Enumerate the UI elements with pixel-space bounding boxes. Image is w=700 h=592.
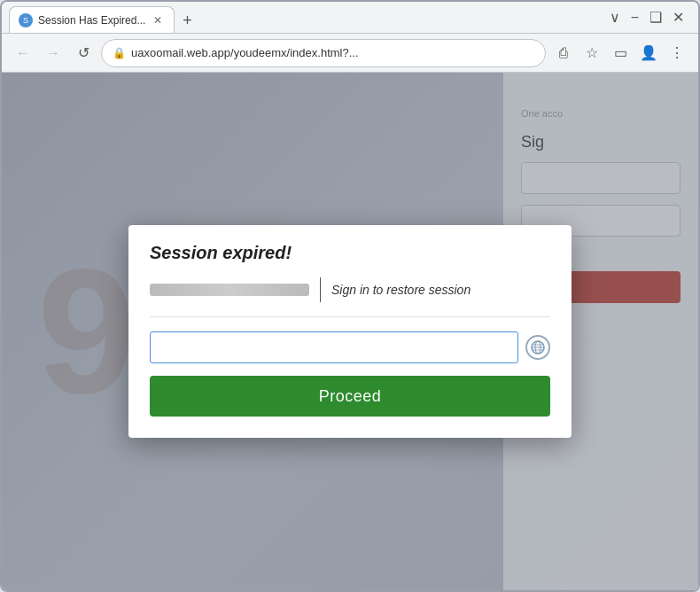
window-controls: ∨ − ❑ ✕ <box>606 7 691 27</box>
title-bar: S Session Has Expired... ✕ + ∨ − ❑ ✕ <box>2 2 698 34</box>
bookmark-button[interactable]: ☆ <box>579 41 604 66</box>
modal-input-row <box>150 331 550 363</box>
close-button[interactable]: ✕ <box>669 7 688 27</box>
share-button[interactable]: ⎙ <box>551 41 576 66</box>
maximize-button[interactable]: ❑ <box>646 7 665 27</box>
session-expired-modal: Session expired! Sign in to restore sess… <box>128 225 572 438</box>
new-tab-button[interactable]: + <box>175 8 199 33</box>
active-tab[interactable]: S Session Has Expired... ✕ <box>9 6 175 33</box>
menu-button[interactable]: ⋮ <box>665 41 689 66</box>
minimize-button[interactable]: − <box>627 8 642 27</box>
chevron-down-icon[interactable]: ∨ <box>606 7 624 27</box>
tab-close-button[interactable]: ✕ <box>151 13 165 27</box>
proceed-button[interactable]: Proceed <box>150 376 550 417</box>
back-button[interactable]: ← <box>11 41 35 66</box>
modal-user-row: Sign in to restore session <box>150 277 550 317</box>
tab-favicon: S <box>19 13 33 27</box>
modal-sign-in-text: Sign in to restore session <box>331 283 471 297</box>
tab-title: Session Has Expired... <box>38 14 145 27</box>
browser-frame: S Session Has Expired... ✕ + ∨ − ❑ ✕ ← →… <box>0 0 700 592</box>
forward-button[interactable]: → <box>41 41 66 66</box>
nav-actions: ⎙ ☆ ▭ 👤 ⋮ <box>551 41 689 66</box>
page-content: 9// One acco Sig ✓ Ke Session expired! <box>2 73 698 590</box>
lock-icon: 🔒 <box>113 47 126 59</box>
globe-icon <box>525 335 550 360</box>
modal-title: Session expired! <box>150 243 550 263</box>
profile-button[interactable]: 👤 <box>636 41 661 66</box>
tab-area: S Session Has Expired... ✕ + <box>9 2 599 33</box>
sidebar-button[interactable]: ▭ <box>608 41 633 66</box>
address-bar[interactable]: 🔒 uaxoomail.web.app/youdeemx/index.html?… <box>101 39 546 67</box>
nav-bar: ← → ↺ 🔒 uaxoomail.web.app/youdeemx/index… <box>2 34 698 73</box>
modal-password-input[interactable] <box>150 331 518 363</box>
url-text: uaxoomail.web.app/youdeemx/index.html?..… <box>131 46 534 59</box>
modal-divider <box>320 277 321 302</box>
reload-button[interactable]: ↺ <box>71 41 96 66</box>
modal-username-blurred <box>150 284 309 296</box>
